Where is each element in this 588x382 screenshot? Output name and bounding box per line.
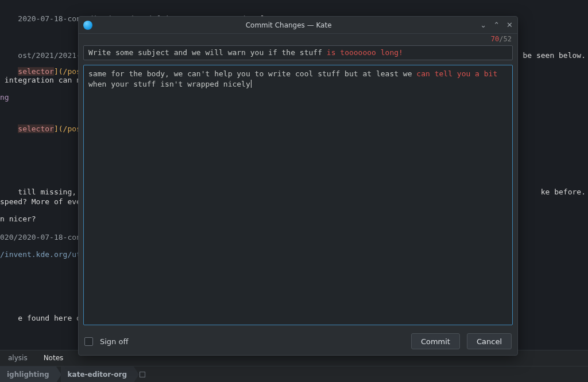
signoff-label[interactable]: Sign off	[100, 337, 128, 346]
signoff-checkbox[interactable]	[84, 337, 93, 346]
char-counter-max: 52	[504, 35, 512, 43]
dialog-titlebar[interactable]: Commit Changes — Kate ⌄ ⌃ ✕	[79, 17, 517, 34]
body-text: when your stuff isn't wrapped nicely	[88, 80, 250, 88]
char-counter: 70/52	[79, 34, 517, 45]
bg-text-highlight: selector	[18, 124, 54, 133]
commit-subject-input[interactable]: Write some subject and we will warn you …	[83, 45, 513, 60]
breadcrumb-project[interactable]: kate-editor-org	[61, 367, 134, 382]
subject-text: Write some subject and we will warn you …	[88, 48, 327, 57]
maximize-icon[interactable]: ⌃	[493, 21, 500, 29]
status-bar: ighlighting kate-editor-org	[0, 366, 588, 382]
commit-dialog: Commit Changes — Kate ⌄ ⌃ ✕ 70/52 Write …	[78, 16, 518, 356]
char-counter-current: 70	[491, 35, 499, 43]
minimize-icon[interactable]: ⌄	[480, 21, 486, 29]
breadcrumb-highlighting[interactable]: ighlighting	[0, 367, 56, 382]
commit-button[interactable]: Commit	[411, 333, 460, 349]
status-box-icon	[140, 372, 145, 377]
body-text: same for the body, we can't help you to …	[88, 69, 416, 78]
app-icon	[83, 21, 92, 30]
subject-overflow-text: is tooooooo long!	[327, 48, 403, 57]
tab-analysis[interactable]: alysis	[0, 350, 36, 366]
body-overflow-text: can tell you a bit	[416, 69, 497, 78]
cancel-button[interactable]: Cancel	[467, 333, 512, 349]
text-caret	[251, 80, 252, 88]
close-icon[interactable]: ✕	[506, 21, 513, 29]
dialog-title: Commit Changes — Kate	[97, 21, 480, 29]
char-counter-sep: /	[499, 35, 503, 43]
commit-body-textarea[interactable]: same for the body, we can't help you to …	[83, 65, 513, 325]
tab-notes[interactable]: Notes	[36, 350, 72, 366]
